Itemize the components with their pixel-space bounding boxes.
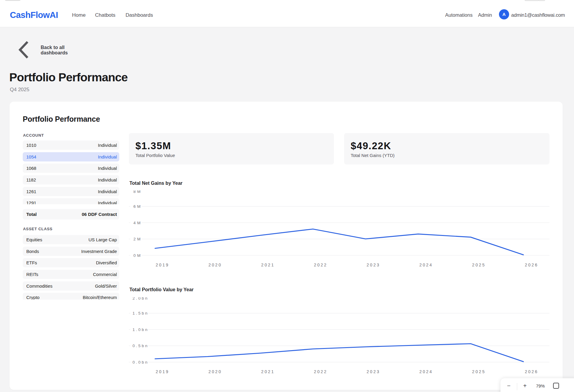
svg-text:8M: 8M xyxy=(133,190,142,194)
svg-text:1.5bn: 1.5bn xyxy=(132,311,149,315)
svg-text:2024: 2024 xyxy=(419,263,433,267)
svg-text:2022: 2022 xyxy=(314,369,327,374)
svg-text:2M: 2M xyxy=(133,237,142,241)
svg-text:4M: 4M xyxy=(133,221,142,225)
svg-text:2025: 2025 xyxy=(472,263,486,267)
svg-text:0.0bn: 0.0bn xyxy=(132,360,149,364)
svg-text:2023: 2023 xyxy=(367,263,380,267)
svg-text:2020: 2020 xyxy=(208,369,222,374)
svg-text:2020: 2020 xyxy=(208,263,222,267)
svg-text:2021: 2021 xyxy=(261,263,275,267)
svg-text:2022: 2022 xyxy=(314,263,327,267)
svg-text:2019: 2019 xyxy=(156,369,169,374)
svg-text:0M: 0M xyxy=(133,253,142,258)
svg-text:2025: 2025 xyxy=(472,369,486,374)
svg-text:2.0bn: 2.0bn xyxy=(132,297,149,301)
svg-text:2026: 2026 xyxy=(525,369,538,374)
svg-text:0.5bn: 0.5bn xyxy=(132,344,149,348)
svg-text:2021: 2021 xyxy=(261,369,275,374)
svg-text:6M: 6M xyxy=(133,204,142,209)
svg-text:1.0bn: 1.0bn xyxy=(132,327,149,332)
svg-text:2026: 2026 xyxy=(525,263,538,267)
svg-text:2024: 2024 xyxy=(419,369,433,374)
svg-text:2023: 2023 xyxy=(367,369,380,374)
svg-text:2019: 2019 xyxy=(156,263,169,267)
